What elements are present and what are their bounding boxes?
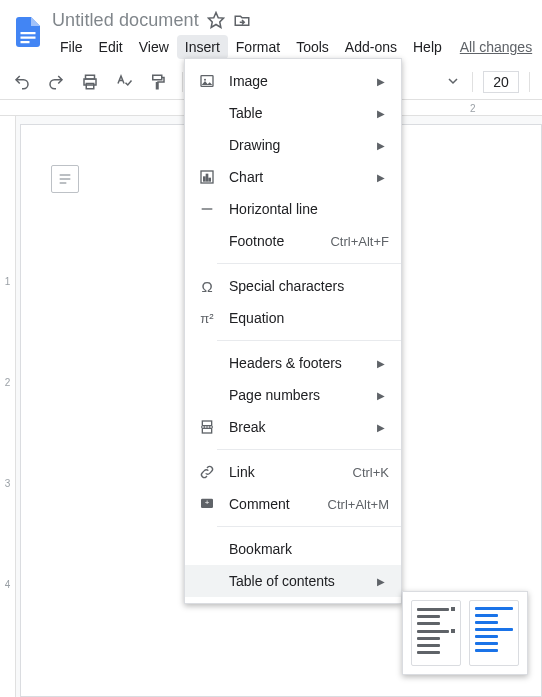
menu-item-drawing[interactable]: Drawing ▶ — [185, 129, 401, 161]
shortcut-label: Ctrl+Alt+F — [330, 234, 389, 249]
ruler-tick: 2 — [470, 103, 476, 114]
shortcut-label: Ctrl+Alt+M — [328, 497, 389, 512]
svg-rect-0 — [21, 32, 36, 34]
image-icon — [197, 73, 217, 89]
svg-rect-19 — [202, 428, 211, 433]
page-break-icon — [197, 419, 217, 435]
menubar: File Edit View Insert Format Tools Add-o… — [52, 34, 532, 60]
print-button[interactable] — [76, 68, 104, 96]
menu-label: Image — [229, 73, 369, 89]
svg-rect-7 — [153, 75, 162, 80]
submenu-arrow-icon: ▶ — [377, 76, 389, 87]
menu-view[interactable]: View — [131, 35, 177, 59]
menu-item-break[interactable]: Break ▶ — [185, 411, 401, 443]
menu-addons[interactable]: Add-ons — [337, 35, 405, 59]
shortcut-label: Ctrl+K — [353, 465, 389, 480]
undo-button[interactable] — [8, 68, 36, 96]
svg-point-12 — [204, 79, 206, 81]
svg-rect-1 — [21, 37, 36, 39]
toc-submenu — [402, 591, 528, 675]
spellcheck-button[interactable] — [110, 68, 138, 96]
menu-format[interactable]: Format — [228, 35, 288, 59]
menu-label: Link — [229, 464, 345, 480]
menu-item-bookmark[interactable]: Bookmark — [185, 533, 401, 565]
submenu-arrow-icon: ▶ — [377, 390, 389, 401]
ruler-tick: 4 — [5, 579, 11, 590]
toc-style-numbered[interactable] — [411, 600, 461, 666]
menu-label: Bookmark — [229, 541, 389, 557]
doc-title[interactable]: Untitled document — [52, 10, 199, 31]
menu-item-footnote[interactable]: Footnote Ctrl+Alt+F — [185, 225, 401, 257]
star-icon[interactable] — [207, 11, 225, 29]
menu-item-image[interactable]: Image ▶ — [185, 65, 401, 97]
svg-rect-18 — [202, 421, 211, 426]
menu-item-page-numbers[interactable]: Page numbers ▶ — [185, 379, 401, 411]
font-size-input[interactable] — [483, 71, 519, 93]
styles-dropdown[interactable] — [422, 70, 462, 94]
ruler-tick: 2 — [5, 377, 11, 388]
comment-icon: + — [197, 496, 217, 512]
outline-icon[interactable] — [51, 165, 79, 193]
menu-file[interactable]: File — [52, 35, 91, 59]
paint-format-button[interactable] — [144, 68, 172, 96]
menu-item-equation[interactable]: π² Equation — [185, 302, 401, 334]
menu-separator — [217, 449, 401, 450]
menu-item-headers-footers[interactable]: Headers & footers ▶ — [185, 347, 401, 379]
insert-menu: Image ▶ Table ▶ Drawing ▶ Chart ▶ Horizo… — [184, 58, 402, 604]
menu-label: Equation — [229, 310, 389, 326]
menu-item-table[interactable]: Table ▶ — [185, 97, 401, 129]
menu-label: Special characters — [229, 278, 389, 294]
menu-label: Break — [229, 419, 369, 435]
submenu-arrow-icon: ▶ — [377, 358, 389, 369]
toolbar-separator — [529, 72, 530, 92]
menu-item-table-of-contents[interactable]: Table of contents ▶ — [185, 565, 401, 597]
redo-button[interactable] — [42, 68, 70, 96]
menu-label: Comment — [229, 496, 320, 512]
ruler-tick: 3 — [5, 478, 11, 489]
menu-label: Chart — [229, 169, 369, 185]
menu-item-horizontal-line[interactable]: Horizontal line — [185, 193, 401, 225]
vertical-ruler[interactable]: 1 2 3 4 — [0, 116, 16, 697]
horizontal-line-icon — [197, 201, 217, 217]
move-icon[interactable] — [233, 11, 251, 29]
link-icon — [197, 464, 217, 480]
app-header: Untitled document File Edit View Insert … — [0, 0, 542, 64]
submenu-arrow-icon: ▶ — [377, 172, 389, 183]
toolbar-separator — [472, 72, 473, 92]
submenu-arrow-icon: ▶ — [377, 422, 389, 433]
menu-label: Table — [229, 105, 369, 121]
chart-icon — [197, 169, 217, 185]
menu-label: Headers & footers — [229, 355, 369, 371]
ruler-tick: 1 — [5, 276, 11, 287]
svg-rect-15 — [206, 174, 207, 181]
omega-icon: Ω — [197, 278, 217, 295]
menu-label: Drawing — [229, 137, 369, 153]
menu-label: Table of contents — [229, 573, 369, 589]
menu-item-chart[interactable]: Chart ▶ — [185, 161, 401, 193]
menu-help[interactable]: Help — [405, 35, 450, 59]
toc-style-links[interactable] — [469, 600, 519, 666]
svg-rect-2 — [21, 41, 30, 43]
svg-rect-14 — [204, 177, 205, 181]
menu-separator — [217, 340, 401, 341]
menu-separator — [217, 526, 401, 527]
menu-insert[interactable]: Insert — [177, 35, 228, 59]
docs-logo[interactable] — [8, 8, 48, 56]
svg-marker-3 — [208, 13, 223, 28]
menu-edit[interactable]: Edit — [91, 35, 131, 59]
menu-separator — [217, 263, 401, 264]
submenu-arrow-icon: ▶ — [377, 108, 389, 119]
menu-item-comment[interactable]: + Comment Ctrl+Alt+M — [185, 488, 401, 520]
menu-tools[interactable]: Tools — [288, 35, 337, 59]
menu-item-special-characters[interactable]: Ω Special characters — [185, 270, 401, 302]
title-area: Untitled document File Edit View Insert … — [52, 8, 532, 60]
svg-rect-16 — [209, 178, 210, 181]
menu-label: Footnote — [229, 233, 322, 249]
submenu-arrow-icon: ▶ — [377, 576, 389, 587]
menu-item-link[interactable]: Link Ctrl+K — [185, 456, 401, 488]
svg-text:+: + — [205, 498, 210, 507]
menu-label: Horizontal line — [229, 201, 389, 217]
submenu-arrow-icon: ▶ — [377, 140, 389, 151]
all-changes-link[interactable]: All changes — [460, 39, 532, 55]
menu-label: Page numbers — [229, 387, 369, 403]
